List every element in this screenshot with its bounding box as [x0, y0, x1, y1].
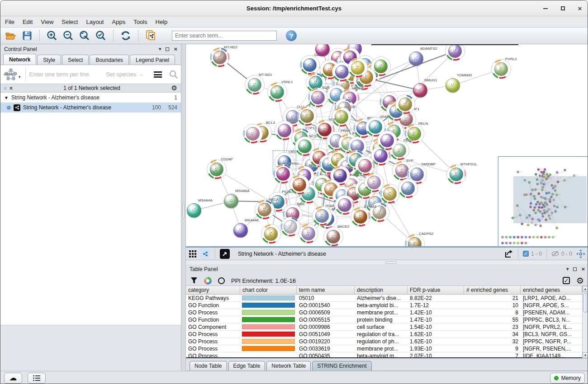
string-logo-icon[interactable]: STRING — [3, 67, 19, 82]
node-mt-nd2[interactable] — [213, 51, 227, 64]
tab-edge-table[interactable]: Edge Table — [228, 361, 266, 370]
column-header-c4[interactable]: FDR p-value — [408, 286, 464, 294]
refresh-button[interactable] — [119, 29, 133, 42]
node-mt-nd1[interactable] — [248, 78, 261, 92]
column-header-c0[interactable]: category — [186, 286, 240, 294]
column-header-c5[interactable]: # enriched genes — [464, 286, 521, 294]
network-from-clipboard-button[interactable] — [144, 29, 157, 42]
table-row[interactable]: GO ProcessGO:0019220regulation of ph...1… — [186, 338, 582, 345]
enrichment-settings-gear-icon[interactable]: ⚙ — [576, 276, 584, 285]
panel-float-icon[interactable] — [166, 47, 169, 51]
table-row[interactable]: GO FunctionGO:0005515protein binding1.47… — [186, 316, 582, 323]
network-options-gear-icon[interactable]: ⚙ — [171, 85, 177, 92]
table-row[interactable]: KEGG Pathways05010Alzheimer's dise...8.8… — [186, 295, 582, 302]
node[interactable] — [358, 159, 372, 173]
column-header-c1[interactable]: chart color — [240, 286, 297, 294]
table-row[interactable]: GO ProcessGO:0051049regulation of tra...… — [186, 331, 582, 338]
node[interactable] — [383, 187, 397, 201]
tab-select[interactable]: Select — [62, 55, 89, 65]
panel-close-icon[interactable]: × — [174, 46, 177, 52]
tab-string-enrichment[interactable]: STRING Enrichment — [312, 361, 371, 370]
open-session-button[interactable] — [4, 29, 18, 42]
node-gab2[interactable] — [303, 58, 317, 72]
zoom-in-button[interactable] — [45, 29, 59, 42]
node[interactable] — [246, 127, 260, 140]
node-kiaa1149[interactable] — [315, 209, 329, 223]
node-ms4a4e[interactable] — [233, 223, 248, 238]
table-row[interactable]: GO ProcessGO:0033619membrane prot...1.93… — [186, 345, 582, 352]
scroll-down-icon[interactable]: ▼ — [583, 352, 588, 358]
search-input[interactable] — [172, 31, 277, 41]
node[interactable] — [302, 227, 315, 240]
menu-help[interactable]: Help — [156, 19, 168, 25]
tab-boundaries[interactable]: Boundaries — [90, 55, 129, 65]
tab-node-table[interactable]: Node Table — [190, 361, 227, 370]
column-header-c2[interactable]: term name — [297, 286, 355, 294]
maximize-button[interactable] — [560, 5, 566, 12]
string-options-icon[interactable] — [154, 71, 162, 78]
node-adamts2[interactable] — [409, 52, 423, 66]
table-scrollbar[interactable]: ▲ ▼ — [582, 286, 588, 359]
node-smug1[interactable] — [413, 83, 427, 98]
string-search-icon[interactable] — [169, 70, 178, 79]
menu-apps[interactable]: Apps — [112, 19, 126, 25]
node-il1b[interactable] — [311, 91, 325, 104]
string-query-input[interactable]: Enter one term per line. — [29, 71, 106, 78]
node[interactable] — [448, 44, 462, 58]
network-canvas[interactable]: MT-ND2MT-ND1VSNL1GAB2ADAMTS2PVRL2TOMM40S… — [186, 44, 588, 247]
node-ppp5c[interactable] — [276, 167, 290, 181]
node[interactable] — [335, 65, 349, 79]
tab-network-table[interactable]: Network Table — [266, 361, 311, 370]
menu-edit[interactable]: Edit — [23, 19, 33, 25]
node-snca[interactable] — [374, 149, 388, 163]
node[interactable] — [374, 60, 388, 73]
table-row[interactable]: GO ProcessGO:0006509membrane prot...1.42… — [186, 309, 582, 316]
node-cd2ap[interactable] — [210, 163, 223, 176]
table-panel-close-icon[interactable]: × — [581, 266, 585, 272]
cloud-tasks-button[interactable]: ☁ — [4, 373, 22, 384]
navigator-cross-icon[interactable] — [576, 249, 586, 259]
node-tomm40[interactable] — [446, 78, 460, 93]
string-source-caret-icon[interactable]: ▾ — [19, 75, 21, 79]
detach-view-icon[interactable] — [220, 249, 230, 259]
node-ncstn[interactable] — [298, 140, 312, 153]
scroll-up-icon[interactable]: ▲ — [583, 286, 588, 292]
node-mme[interactable] — [278, 124, 291, 137]
column-header-c3[interactable]: description — [355, 286, 408, 294]
minimize-button[interactable] — [542, 5, 549, 12]
node-epha5[interactable] — [354, 210, 367, 224]
birdseye-viewport[interactable] — [513, 176, 587, 223]
zoom-out-button[interactable] — [62, 29, 75, 42]
select-rows-icon[interactable]: ✓ — [563, 277, 570, 284]
node[interactable] — [293, 178, 306, 192]
task-history-button[interactable] — [28, 373, 46, 384]
table-splitter[interactable] — [186, 261, 588, 264]
zoom-fit-button[interactable] — [78, 29, 91, 42]
menu-tools[interactable]: Tools — [133, 19, 147, 25]
node[interactable] — [367, 176, 381, 189]
column-header-c6[interactable]: enriched genes — [521, 286, 582, 294]
network-collection-row[interactable]: ▼ String Network - Alzheimer's disease 1 — [0, 93, 181, 103]
expand-all-icon[interactable]: » — [7, 86, 14, 89]
menu-file[interactable]: File — [5, 19, 14, 25]
export-network-icon[interactable] — [503, 249, 513, 259]
node-apoe[interactable] — [335, 110, 348, 124]
node-abca7[interactable] — [258, 203, 271, 216]
close-button[interactable]: × — [577, 5, 583, 12]
table-panel-menu-icon[interactable]: ▾ — [566, 266, 569, 272]
ring-chart-icon[interactable] — [218, 277, 225, 284]
tab-legend-panel[interactable]: Legend Panel — [130, 55, 175, 65]
panel-splitter[interactable] — [181, 44, 186, 371]
scrollbar-thumb[interactable] — [583, 293, 588, 313]
node[interactable] — [380, 134, 394, 147]
help-icon[interactable]: ? — [286, 30, 297, 41]
zoom-selected-button[interactable] — [94, 29, 108, 42]
node-gfap[interactable] — [369, 120, 382, 134]
node-ms4a6a[interactable] — [224, 194, 238, 208]
menu-view[interactable]: View — [41, 19, 53, 25]
memory-button[interactable]: Memory — [550, 373, 585, 384]
node[interactable] — [300, 109, 314, 123]
tab-style[interactable]: Style — [37, 55, 61, 65]
birdseye-view[interactable] — [498, 156, 588, 247]
chart-icon[interactable] — [204, 277, 212, 285]
